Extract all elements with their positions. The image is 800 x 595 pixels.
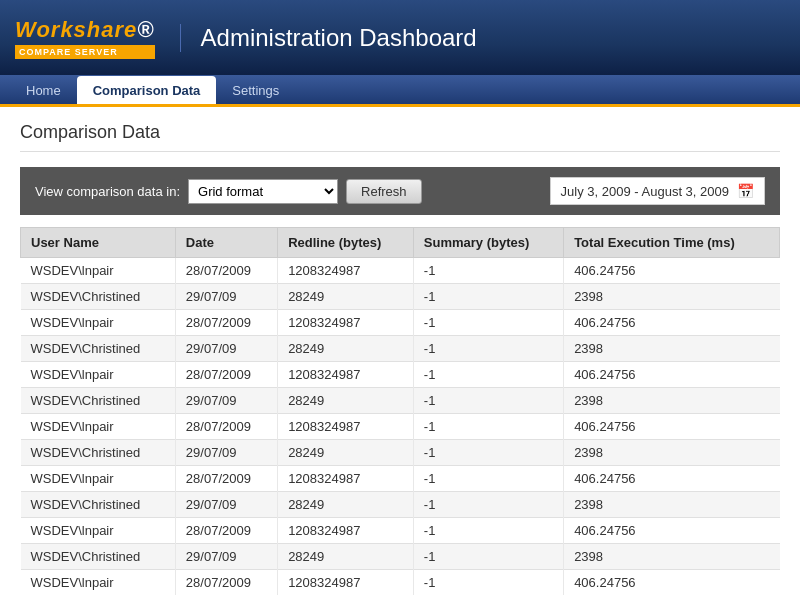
cell-0-4: 406.24756 (564, 258, 780, 284)
table-row: WSDEV\lnpair28/07/20091208324987-1406.24… (21, 362, 780, 388)
cell-5-2: 28249 (278, 388, 414, 414)
cell-5-1: 29/07/09 (175, 388, 277, 414)
logo-sub: COMPARE SERVER (15, 45, 155, 59)
cell-8-0: WSDEV\lnpair (21, 466, 176, 492)
cell-1-1: 29/07/09 (175, 284, 277, 310)
col-redline: Redline (bytes) (278, 228, 414, 258)
cell-10-3: -1 (413, 518, 563, 544)
cell-11-0: WSDEV\Christined (21, 544, 176, 570)
col-username: User Name (21, 228, 176, 258)
table-row: WSDEV\lnpair28/07/20091208324987-1406.24… (21, 466, 780, 492)
cell-2-1: 28/07/2009 (175, 310, 277, 336)
cell-8-3: -1 (413, 466, 563, 492)
table-row: WSDEV\Christined29/07/0928249-12398 (21, 440, 780, 466)
cell-1-3: -1 (413, 284, 563, 310)
col-summary: Summary (bytes) (413, 228, 563, 258)
table-row: WSDEV\lnpair28/07/20091208324987-1406.24… (21, 570, 780, 596)
refresh-button[interactable]: Refresh (346, 179, 422, 204)
app-title: Administration Dashboard (180, 24, 477, 52)
cell-9-3: -1 (413, 492, 563, 518)
table-row: WSDEV\Christined29/07/0928249-12398 (21, 336, 780, 362)
cell-0-1: 28/07/2009 (175, 258, 277, 284)
cell-6-3: -1 (413, 414, 563, 440)
table-row: WSDEV\lnpair28/07/20091208324987-1406.24… (21, 310, 780, 336)
cell-8-2: 1208324987 (278, 466, 414, 492)
cell-12-3: -1 (413, 570, 563, 596)
cell-7-3: -1 (413, 440, 563, 466)
col-exec-time: Total Execution Time (ms) (564, 228, 780, 258)
cell-4-4: 406.24756 (564, 362, 780, 388)
cell-7-2: 28249 (278, 440, 414, 466)
page-content: Comparison Data View comparison data in:… (0, 107, 800, 595)
cell-3-3: -1 (413, 336, 563, 362)
tab-comparison-data[interactable]: Comparison Data (77, 76, 217, 104)
cell-8-4: 406.24756 (564, 466, 780, 492)
cell-7-0: WSDEV\Christined (21, 440, 176, 466)
cell-4-0: WSDEV\lnpair (21, 362, 176, 388)
cell-9-2: 28249 (278, 492, 414, 518)
cell-2-2: 1208324987 (278, 310, 414, 336)
cell-2-0: WSDEV\lnpair (21, 310, 176, 336)
cell-12-2: 1208324987 (278, 570, 414, 596)
cell-11-3: -1 (413, 544, 563, 570)
navbar: Home Comparison Data Settings (0, 75, 800, 107)
cell-9-4: 2398 (564, 492, 780, 518)
cell-8-1: 28/07/2009 (175, 466, 277, 492)
cell-10-1: 28/07/2009 (175, 518, 277, 544)
cell-4-1: 28/07/2009 (175, 362, 277, 388)
cell-1-2: 28249 (278, 284, 414, 310)
cell-11-4: 2398 (564, 544, 780, 570)
cell-5-0: WSDEV\Christined (21, 388, 176, 414)
filter-left: View comparison data in: Grid format Cha… (35, 179, 422, 204)
cell-10-0: WSDEV\lnpair (21, 518, 176, 544)
cell-10-4: 406.24756 (564, 518, 780, 544)
cell-1-0: WSDEV\Christined (21, 284, 176, 310)
logo: Workshare® COMPARE SERVER (15, 17, 155, 59)
cell-3-4: 2398 (564, 336, 780, 362)
cell-4-3: -1 (413, 362, 563, 388)
cell-0-3: -1 (413, 258, 563, 284)
cell-12-4: 406.24756 (564, 570, 780, 596)
cell-9-1: 29/07/09 (175, 492, 277, 518)
cell-0-0: WSDEV\lnpair (21, 258, 176, 284)
cell-12-0: WSDEV\lnpair (21, 570, 176, 596)
cell-3-2: 28249 (278, 336, 414, 362)
cell-2-3: -1 (413, 310, 563, 336)
table-row: WSDEV\Christined29/07/0928249-12398 (21, 388, 780, 414)
table-row: WSDEV\lnpair28/07/20091208324987-1406.24… (21, 414, 780, 440)
cell-6-2: 1208324987 (278, 414, 414, 440)
date-range-box[interactable]: July 3, 2009 - August 3, 2009 📅 (550, 177, 765, 205)
cell-5-4: 2398 (564, 388, 780, 414)
filter-bar: View comparison data in: Grid format Cha… (20, 167, 780, 215)
format-select[interactable]: Grid format Chart format (188, 179, 338, 204)
calendar-icon[interactable]: 📅 (737, 183, 754, 199)
cell-5-3: -1 (413, 388, 563, 414)
table-row: WSDEV\lnpair28/07/20091208324987-1406.24… (21, 518, 780, 544)
table-row: WSDEV\Christined29/07/0928249-12398 (21, 284, 780, 310)
tab-settings[interactable]: Settings (216, 76, 295, 104)
app-header: Workshare® COMPARE SERVER Administration… (0, 0, 800, 75)
table-row: WSDEV\Christined29/07/0928249-12398 (21, 544, 780, 570)
cell-7-1: 29/07/09 (175, 440, 277, 466)
date-range-text: July 3, 2009 - August 3, 2009 (561, 184, 729, 199)
cell-6-4: 406.24756 (564, 414, 780, 440)
logo-w: W (15, 17, 36, 42)
table-header-row: User Name Date Redline (bytes) Summary (… (21, 228, 780, 258)
filter-label: View comparison data in: (35, 184, 180, 199)
table-row: WSDEV\Christined29/07/0928249-12398 (21, 492, 780, 518)
cell-3-0: WSDEV\Christined (21, 336, 176, 362)
cell-9-0: WSDEV\Christined (21, 492, 176, 518)
cell-11-1: 29/07/09 (175, 544, 277, 570)
page-heading: Comparison Data (20, 122, 780, 152)
cell-0-2: 1208324987 (278, 258, 414, 284)
table-row: WSDEV\lnpair28/07/20091208324987-1406.24… (21, 258, 780, 284)
logo-orkshare: orkshare (36, 17, 137, 42)
cell-1-4: 2398 (564, 284, 780, 310)
cell-3-1: 29/07/09 (175, 336, 277, 362)
cell-7-4: 2398 (564, 440, 780, 466)
cell-4-2: 1208324987 (278, 362, 414, 388)
tab-home[interactable]: Home (10, 76, 77, 104)
cell-12-1: 28/07/2009 (175, 570, 277, 596)
col-date: Date (175, 228, 277, 258)
comparison-data-table: User Name Date Redline (bytes) Summary (… (20, 227, 780, 595)
